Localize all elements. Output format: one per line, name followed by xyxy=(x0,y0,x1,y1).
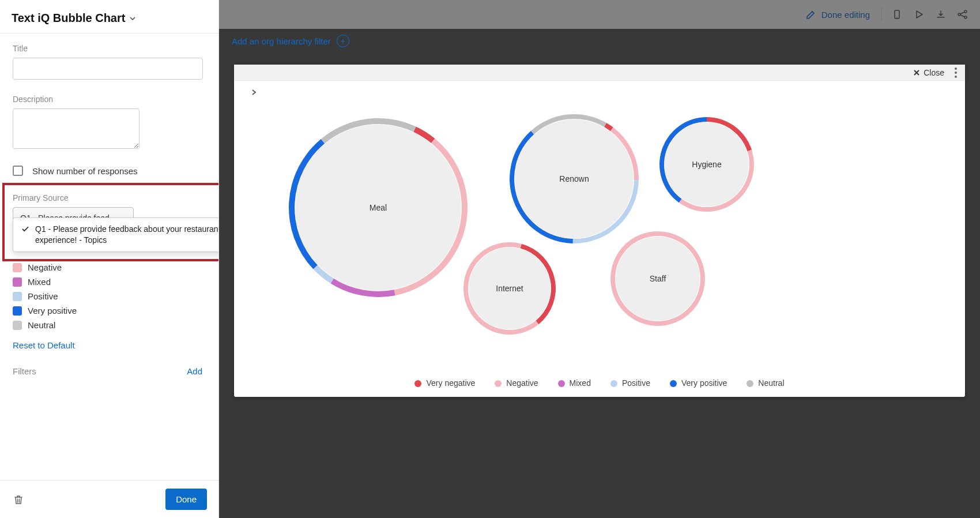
chart-legend-item[interactable]: Negative xyxy=(495,378,538,388)
description-label: Description xyxy=(13,95,206,104)
legend-swatch xyxy=(13,277,22,287)
legend-swatch xyxy=(13,263,22,272)
bubble-meal[interactable]: Meal xyxy=(289,118,468,297)
legend-swatch xyxy=(13,306,22,316)
bubble-label: Staff xyxy=(650,274,666,283)
sentiment-legend: NegativeMixedPositiveVery positiveNeutra… xyxy=(13,260,206,332)
chart-legend-item[interactable]: Very positive xyxy=(670,378,727,388)
legend-item[interactable]: Very positive xyxy=(13,303,206,318)
show-responses-label: Show number of responses xyxy=(32,166,138,176)
close-chart-button[interactable]: Close xyxy=(913,68,944,77)
legend-dot xyxy=(414,380,421,387)
legend-dot xyxy=(670,380,677,387)
legend-item[interactable]: Mixed xyxy=(13,275,206,289)
canvas: Done editing Add an org hierarchy f xyxy=(219,0,980,518)
chart-legend-item[interactable]: Very negative xyxy=(414,378,475,388)
config-sidebar: Text iQ Bubble Chart Title Description S… xyxy=(0,0,219,518)
chart-card-header: Close xyxy=(234,65,965,81)
legend-swatch xyxy=(13,321,22,330)
chart-legend: Very negativeNegativeMixedPositiveVery p… xyxy=(234,378,965,388)
legend-label: Mixed xyxy=(28,277,51,287)
legend-dot xyxy=(747,380,753,387)
title-label: Title xyxy=(13,44,206,53)
bubble-label: Hygiene xyxy=(692,160,721,169)
checkbox-icon xyxy=(13,166,23,176)
close-icon xyxy=(913,69,920,76)
org-filter-label: Add an org hierarchy filter xyxy=(232,36,331,46)
bubble-label: Meal xyxy=(370,203,387,212)
chart-body: Very negativeNegativeMixedPositiveVery p… xyxy=(234,81,965,397)
chart-legend-item[interactable]: Mixed xyxy=(558,378,591,388)
filters-label: Filters xyxy=(13,366,36,376)
chart-options-button[interactable] xyxy=(952,65,959,80)
expand-toggle[interactable] xyxy=(250,89,257,96)
close-label: Close xyxy=(924,68,944,77)
primary-source-option[interactable]: Q1 - Please provide feedback about your … xyxy=(21,224,218,246)
add-filter-link[interactable]: Add xyxy=(187,366,202,376)
legend-label: Neutral xyxy=(28,320,55,330)
legend-item[interactable]: Neutral xyxy=(13,318,206,332)
chevron-down-icon xyxy=(129,14,137,22)
legend-label: Positive xyxy=(28,291,58,301)
legend-item[interactable]: Positive xyxy=(13,289,206,303)
description-field: Description xyxy=(13,95,206,151)
primary-source-label: Primary Source xyxy=(13,193,206,202)
bubble-staff[interactable]: Staff xyxy=(610,231,705,326)
trash-icon xyxy=(13,494,24,505)
chevron-right-icon xyxy=(250,89,257,96)
legend-swatch xyxy=(13,292,22,301)
bubble-renown[interactable]: Renown xyxy=(510,114,639,243)
legend-item[interactable]: Negative xyxy=(13,260,206,275)
plus-circle-icon: + xyxy=(337,35,349,47)
filters-section: Filters Add xyxy=(13,366,206,376)
sidebar-header[interactable]: Text iQ Bubble Chart xyxy=(0,0,218,33)
delete-button[interactable] xyxy=(12,493,25,506)
reset-to-default-link[interactable]: Reset to Default xyxy=(13,340,75,350)
primary-source-field: Primary Source Q1 - Please provide feed … xyxy=(13,193,206,229)
bubble-internet[interactable]: Internet xyxy=(463,242,556,335)
primary-source-option-label: Q1 - Please provide feedback about your … xyxy=(35,224,218,246)
bubble-label: Renown xyxy=(559,174,589,183)
org-hierarchy-filter[interactable]: Add an org hierarchy filter + xyxy=(232,35,349,47)
sidebar-footer: Done xyxy=(0,480,218,518)
done-button[interactable]: Done xyxy=(165,489,207,510)
legend-label: Negative xyxy=(28,262,62,272)
legend-label: Very positive xyxy=(28,306,77,316)
sidebar-title: Text iQ Bubble Chart xyxy=(12,12,125,25)
legend-dot xyxy=(495,380,502,387)
legend-dot xyxy=(558,380,565,387)
title-field: Title xyxy=(13,44,206,80)
chart-card: Close Very negativeNegativeMixedPositive… xyxy=(234,65,965,397)
chart-legend-item[interactable]: Neutral xyxy=(747,378,784,388)
legend-dot xyxy=(610,380,617,387)
description-input[interactable] xyxy=(13,108,140,149)
check-icon xyxy=(21,224,29,233)
title-input[interactable] xyxy=(13,58,203,80)
bubble-hygiene[interactable]: Hygiene xyxy=(659,117,754,212)
show-responses-checkbox[interactable]: Show number of responses xyxy=(13,166,206,176)
bubble-label: Internet xyxy=(496,284,523,293)
primary-source-dropdown: Q1 - Please provide feedback about your … xyxy=(13,217,218,252)
chart-legend-item[interactable]: Positive xyxy=(610,378,650,388)
